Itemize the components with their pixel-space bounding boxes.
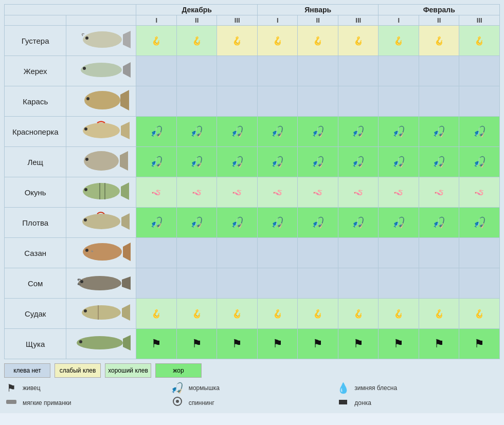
drop-large-icon: 🎣 <box>150 126 163 137</box>
cell-6-7: 🎣 <box>419 208 459 238</box>
svg-point-6 <box>84 91 120 109</box>
svg-point-5 <box>83 67 86 70</box>
hook-tiny-icon: 🪝 <box>434 36 444 45</box>
cell-0-5: 🪝 <box>338 26 379 56</box>
cell-8-0 <box>136 268 177 299</box>
legend2-flag-text: живец <box>23 384 41 392</box>
hook-tiny-icon: 🪝 <box>474 36 484 45</box>
fish-name-8: Сом <box>5 268 66 299</box>
legend2-item-soft: мягкие приманки <box>4 396 168 409</box>
table-row: Щука⚑⚑⚑⚑⚑⚑⚑⚑⚑ <box>5 329 500 359</box>
fish-name-7: Сазан <box>5 238 66 268</box>
hook-tiny-icon: 🪝 <box>273 36 283 45</box>
fish-img-7 <box>66 238 136 268</box>
cell-7-2 <box>217 238 258 268</box>
month-december: Декабрь <box>136 5 258 15</box>
legend-weak: слабый клев <box>55 363 101 378</box>
cell-2-3 <box>257 86 298 117</box>
hook-small-icon: 🪝 <box>192 309 202 318</box>
svg-point-26 <box>78 276 121 290</box>
cell-5-1: 🪱 <box>176 177 217 208</box>
hook-tiny-icon: 🪝 <box>393 36 404 45</box>
drop-large-icon: 🎣 <box>473 156 486 168</box>
month-january: Январь <box>257 5 379 15</box>
cell-6-1: 🎣 <box>176 208 217 238</box>
cell-6-8: 🎣 <box>459 208 500 238</box>
cell-9-4: 🪝 <box>298 299 338 329</box>
drop-large-icon: 🎣 <box>352 217 365 228</box>
feb-3: III <box>459 15 500 26</box>
svg-rect-36 <box>6 400 16 404</box>
svg-marker-7 <box>120 90 129 110</box>
legend-good: хороший клев <box>105 363 151 378</box>
cell-0-1: 🪝 <box>176 26 217 56</box>
drop-large-icon: 🎣 <box>433 126 445 137</box>
svg-point-15 <box>83 183 120 199</box>
drop-icon: 💧 <box>336 382 350 394</box>
cell-5-3: 🪱 <box>257 177 298 208</box>
drop-large-icon: 🎣 <box>231 217 244 228</box>
svg-marker-16 <box>121 182 129 200</box>
cell-2-1 <box>176 86 217 117</box>
svg-point-31 <box>84 309 87 312</box>
legend-none: клева нет <box>4 363 50 378</box>
cell-0-7: 🪝 <box>419 26 459 56</box>
table-row: Плотва🎣🎣🎣🎣🎣🎣🎣🎣🎣 <box>5 208 500 238</box>
table-row: Красноперка🎣🎣🎣🎣🎣🎣🎣🎣🎣 <box>5 117 500 147</box>
cell-10-6: ⚑ <box>379 329 419 359</box>
worm-icon: 🪱 <box>434 188 444 197</box>
flag-cell-icon: ⚑ <box>393 337 404 350</box>
cell-10-3: ⚑ <box>257 329 298 359</box>
cell-3-6: 🎣 <box>379 117 419 147</box>
legend-great-label: жор <box>173 367 184 374</box>
legend2-soft-text: мягкие приманки <box>23 399 71 406</box>
drop-large-icon: 🎣 <box>352 126 365 137</box>
svg-point-3 <box>81 63 122 77</box>
fish-name-1: Жерех <box>5 56 66 86</box>
worm-icon: 🪱 <box>474 188 484 197</box>
drop-large-icon: 🎣 <box>473 126 486 137</box>
cell-7-6 <box>379 238 419 268</box>
svg-point-11 <box>84 127 87 131</box>
worm-icon: 🪱 <box>393 188 404 197</box>
svg-point-23 <box>83 243 122 261</box>
cell-5-5: 🪱 <box>338 177 379 208</box>
svg-marker-30 <box>122 304 130 321</box>
cell-9-2: 🪝 <box>217 299 258 329</box>
cell-4-2: 🎣 <box>217 147 258 177</box>
legend-weak-label: слабый клев <box>60 367 96 374</box>
cell-7-0 <box>136 238 177 268</box>
drop-large-icon: 🎣 <box>312 126 325 137</box>
fish-img-0 <box>66 26 136 56</box>
cell-2-7 <box>419 86 459 117</box>
hook-small-icon: 🪝 <box>313 309 323 318</box>
svg-point-2 <box>85 36 88 40</box>
fish-name-5: Окунь <box>5 177 66 208</box>
drop-large-icon: 🎣 <box>231 126 244 137</box>
svg-marker-21 <box>121 213 130 230</box>
legend2-item-donka: донка <box>336 396 500 409</box>
cell-1-7 <box>419 56 459 86</box>
table-row: Лещ🎣🎣🎣🎣🎣🎣🎣🎣🎣 <box>5 147 500 177</box>
svg-marker-10 <box>121 122 130 139</box>
cell-7-4 <box>298 238 338 268</box>
name-col-header <box>5 15 66 26</box>
svg-point-14 <box>85 158 88 161</box>
svg-marker-34 <box>123 335 131 350</box>
hook-small-icon: 🪝 <box>434 309 444 318</box>
fish-name-2: Карась <box>5 86 66 117</box>
cell-4-1: 🎣 <box>176 147 217 177</box>
drop-large-icon: 🎣 <box>150 156 163 168</box>
cell-9-1: 🪝 <box>176 299 217 329</box>
drop-large-icon: 🎣 <box>312 156 325 168</box>
worm-icon: 🪱 <box>273 188 283 197</box>
table-row: Сазан <box>5 238 500 268</box>
cell-6-6: 🎣 <box>379 208 419 238</box>
hook-tiny-icon: 🪝 <box>192 36 202 45</box>
cell-1-5 <box>338 56 379 86</box>
drop-large-icon: 🎣 <box>312 217 325 228</box>
fish-img-6 <box>66 208 136 238</box>
cell-0-6: 🪝 <box>379 26 419 56</box>
cell-0-4: 🪝 <box>298 26 338 56</box>
fish-name-3: Красноперка <box>5 117 66 147</box>
